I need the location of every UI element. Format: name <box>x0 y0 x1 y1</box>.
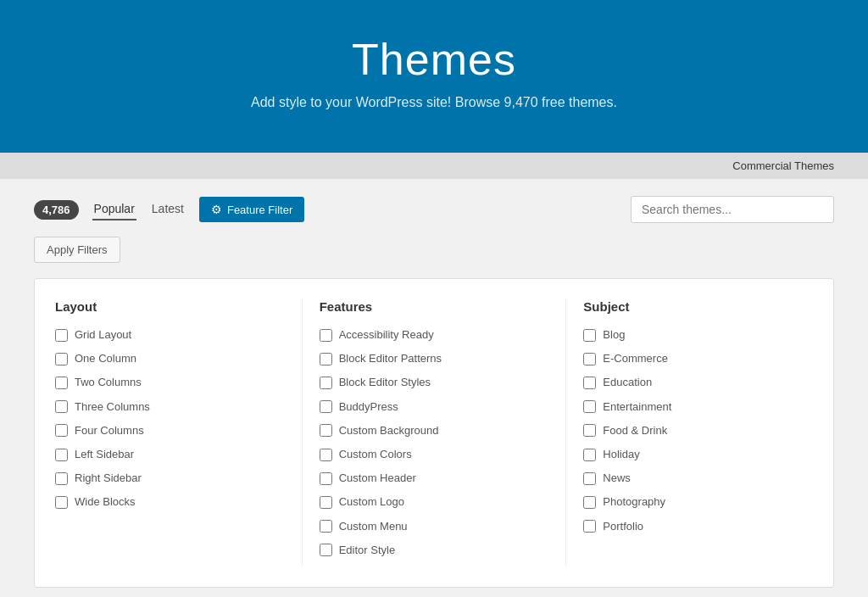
features-column-title: Features <box>320 299 549 314</box>
commercial-themes-link[interactable]: Commercial Themes <box>732 159 834 172</box>
checkbox-holiday[interactable] <box>583 449 596 461</box>
checkbox-custom-colors[interactable] <box>320 449 332 461</box>
filter-item-left-sidebar[interactable]: Left Sidebar <box>55 447 285 462</box>
filter-item-three-columns[interactable]: Three Columns <box>55 399 285 415</box>
subject-column: Subject Blog E-Commerce Education Entert… <box>566 299 813 566</box>
filter-panel: Layout Grid Layout One Column Two Column… <box>34 278 834 588</box>
filter-item-block-editor-styles[interactable]: Block Editor Styles <box>320 375 549 390</box>
search-container <box>631 196 834 223</box>
filter-item-education[interactable]: Education <box>583 375 813 390</box>
checkbox-news[interactable] <box>583 472 596 485</box>
gear-icon: ⚙ <box>211 203 222 216</box>
filter-item-news[interactable]: News <box>583 471 813 486</box>
checkbox-custom-background[interactable] <box>320 424 332 437</box>
filter-item-four-columns[interactable]: Four Columns <box>55 423 285 438</box>
checkbox-buddypress[interactable] <box>320 400 332 413</box>
checkbox-grid-layout[interactable] <box>55 329 68 342</box>
theme-count-badge: 4,786 <box>34 200 79 220</box>
checkbox-four-columns[interactable] <box>55 424 68 437</box>
filter-item-custom-menu[interactable]: Custom Menu <box>320 519 549 534</box>
filter-item-blog[interactable]: Blog <box>583 327 813 343</box>
checkbox-custom-logo[interactable] <box>320 496 332 509</box>
filter-item-one-column[interactable]: One Column <box>55 351 285 366</box>
checkbox-right-sidebar[interactable] <box>55 472 68 485</box>
controls-row: 4,786 Popular Latest ⚙ Feature Filter <box>34 196 834 223</box>
hero-subtitle: Add style to your WordPress site! Browse… <box>17 95 851 110</box>
checkbox-education[interactable] <box>583 377 596 389</box>
features-column: Features Accessibility Ready Block Edito… <box>303 299 567 566</box>
filter-item-accessibility[interactable]: Accessibility Ready <box>320 327 549 343</box>
checkbox-one-column[interactable] <box>55 353 68 365</box>
filter-item-two-columns[interactable]: Two Columns <box>55 375 285 390</box>
tab-popular[interactable]: Popular <box>92 198 136 220</box>
checkbox-block-editor-styles[interactable] <box>320 377 332 389</box>
filter-item-custom-background[interactable]: Custom Background <box>320 423 549 438</box>
checkbox-accessibility[interactable] <box>320 329 332 342</box>
tab-latest[interactable]: Latest <box>150 198 186 220</box>
apply-filters-button[interactable]: Apply Filters <box>34 237 120 263</box>
hero-section: Themes Add style to your WordPress site!… <box>0 0 868 153</box>
checkbox-wide-blocks[interactable] <box>55 496 68 509</box>
filter-item-custom-header[interactable]: Custom Header <box>320 471 549 486</box>
filter-item-wide-blocks[interactable]: Wide Blocks <box>55 494 285 510</box>
filter-item-editor-style[interactable]: Editor Style <box>320 543 549 558</box>
page-title: Themes <box>17 34 851 85</box>
checkbox-photography[interactable] <box>583 496 596 509</box>
filter-item-custom-colors[interactable]: Custom Colors <box>320 447 549 462</box>
filter-item-right-sidebar[interactable]: Right Sidebar <box>55 471 285 486</box>
search-input[interactable] <box>631 196 834 223</box>
filter-item-buddypress[interactable]: BuddyPress <box>320 399 549 415</box>
checkbox-block-editor-patterns[interactable] <box>320 353 332 365</box>
checkbox-left-sidebar[interactable] <box>55 449 68 461</box>
filter-item-food-drink[interactable]: Food & Drink <box>583 423 813 438</box>
filter-item-entertainment[interactable]: Entertainment <box>583 399 813 415</box>
commercial-bar: Commercial Themes <box>0 153 868 179</box>
subject-column-title: Subject <box>583 299 813 314</box>
filter-item-ecommerce[interactable]: E-Commerce <box>583 351 813 366</box>
checkbox-three-columns[interactable] <box>55 400 68 413</box>
checkbox-entertainment[interactable] <box>583 400 596 413</box>
main-content: 4,786 Popular Latest ⚙ Feature Filter Ap… <box>0 179 868 597</box>
filter-item-photography[interactable]: Photography <box>583 494 813 510</box>
checkbox-ecommerce[interactable] <box>583 353 596 365</box>
filter-item-grid-layout[interactable]: Grid Layout <box>55 327 285 343</box>
checkbox-blog[interactable] <box>583 329 596 342</box>
layout-column: Layout Grid Layout One Column Two Column… <box>55 299 303 566</box>
checkbox-portfolio[interactable] <box>583 520 596 533</box>
checkbox-two-columns[interactable] <box>55 377 68 389</box>
feature-filter-button[interactable]: ⚙ Feature Filter <box>199 197 304 222</box>
filter-item-holiday[interactable]: Holiday <box>583 447 813 462</box>
checkbox-custom-menu[interactable] <box>320 520 332 533</box>
filter-item-block-editor-patterns[interactable]: Block Editor Patterns <box>320 351 549 366</box>
checkbox-custom-header[interactable] <box>320 472 332 485</box>
checkbox-editor-style[interactable] <box>320 544 332 556</box>
controls-left: 4,786 Popular Latest ⚙ Feature Filter <box>34 197 304 222</box>
filter-item-custom-logo[interactable]: Custom Logo <box>320 494 549 510</box>
layout-column-title: Layout <box>55 299 285 314</box>
filter-item-portfolio[interactable]: Portfolio <box>583 519 813 534</box>
checkbox-food-drink[interactable] <box>583 424 596 437</box>
